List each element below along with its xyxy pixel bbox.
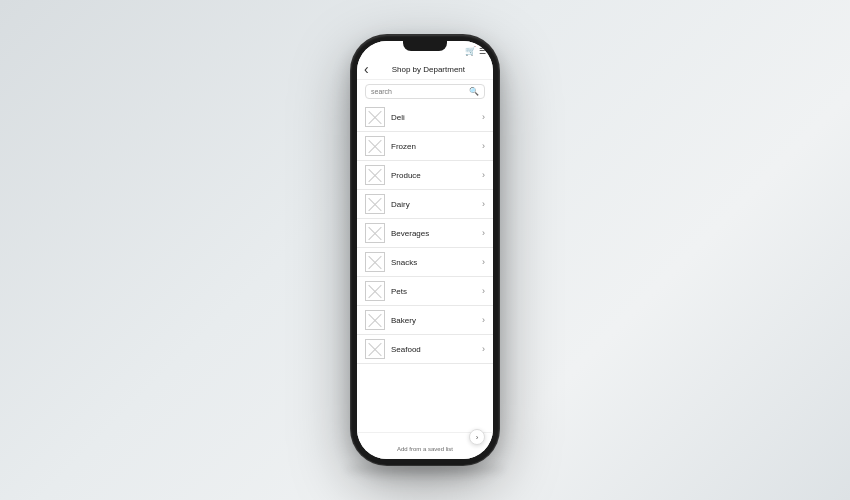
dept-name-label: Snacks (391, 258, 476, 267)
list-item[interactable]: Bakery› (357, 306, 493, 335)
page-title: Shop by Department (372, 65, 485, 74)
list-item[interactable]: Snacks› (357, 248, 493, 277)
dept-name-label: Dairy (391, 200, 476, 209)
dept-thumbnail-icon (365, 165, 385, 185)
dept-name-label: Seafood (391, 345, 476, 354)
dept-thumbnail-icon (365, 310, 385, 330)
chevron-right-icon: › (482, 199, 485, 209)
floating-action-button[interactable]: › (469, 429, 485, 445)
search-icon: 🔍 (469, 87, 479, 96)
chevron-right-icon: › (482, 286, 485, 296)
dept-thumbnail-icon (365, 194, 385, 214)
cart-icon[interactable]: 🛒 (465, 46, 476, 56)
chevron-right-icon: › (482, 315, 485, 325)
chevron-right-icon: › (482, 112, 485, 122)
dept-thumbnail-icon (365, 339, 385, 359)
search-input[interactable] (371, 88, 469, 95)
department-list: Deli›Frozen›Produce›Dairy›Beverages›Snac… (357, 103, 493, 432)
dept-thumbnail-icon (365, 223, 385, 243)
list-item[interactable]: Pets› (357, 277, 493, 306)
list-item[interactable]: Seafood› (357, 335, 493, 364)
dept-thumbnail-icon (365, 281, 385, 301)
phone-device: 🛒 ☰ ‹ Shop by Department 🔍 Deli›Frozen›P… (351, 35, 499, 465)
dept-name-label: Frozen (391, 142, 476, 151)
notch (403, 41, 447, 51)
chevron-right-icon: › (482, 170, 485, 180)
dept-name-label: Bakery (391, 316, 476, 325)
dept-thumbnail-icon (365, 136, 385, 156)
dept-name-label: Beverages (391, 229, 476, 238)
dept-name-label: Deli (391, 113, 476, 122)
list-item[interactable]: Dairy› (357, 190, 493, 219)
back-button[interactable]: ‹ (361, 62, 372, 76)
phone-screen: 🛒 ☰ ‹ Shop by Department 🔍 Deli›Frozen›P… (357, 41, 493, 459)
add-from-list-label: Add from a saved list (397, 446, 453, 452)
dept-name-label: Pets (391, 287, 476, 296)
menu-icon[interactable]: ☰ (479, 47, 485, 56)
chevron-right-icon: › (482, 257, 485, 267)
search-bar: 🔍 (357, 80, 493, 103)
app-header: ‹ Shop by Department (357, 59, 493, 80)
chevron-right-icon: › (482, 344, 485, 354)
list-item[interactable]: Deli› (357, 103, 493, 132)
dept-thumbnail-icon (365, 252, 385, 272)
dept-name-label: Produce (391, 171, 476, 180)
list-item[interactable]: Frozen› (357, 132, 493, 161)
dept-thumbnail-icon (365, 107, 385, 127)
chevron-right-icon: › (482, 141, 485, 151)
chevron-right-icon: › (482, 228, 485, 238)
list-item[interactable]: Produce› (357, 161, 493, 190)
list-item[interactable]: Beverages› (357, 219, 493, 248)
